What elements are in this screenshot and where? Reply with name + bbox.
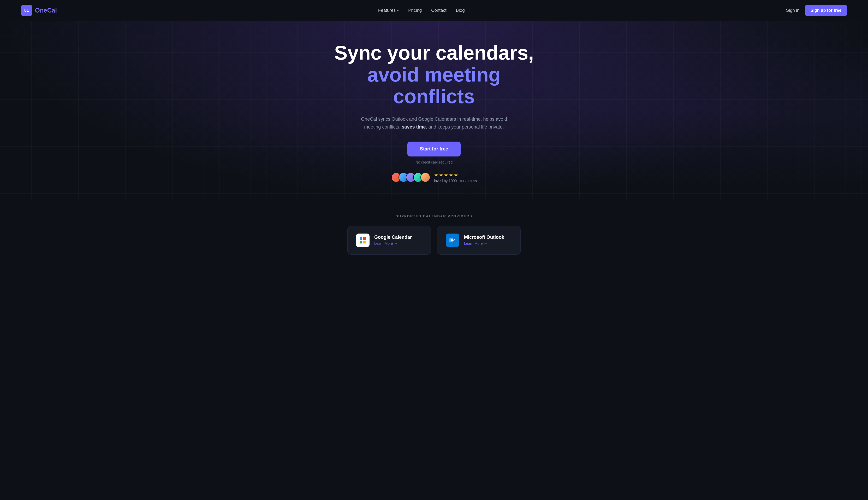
rating-text: loved by 1000+ customers — [434, 179, 477, 183]
navbar: 01 OneCal Features ▾ Pricing Contact Blo… — [0, 0, 868, 21]
chevron-down-icon: ▾ — [397, 9, 399, 12]
logo[interactable]: 01 OneCal — [21, 5, 57, 16]
signup-button[interactable]: Sign up for free — [805, 5, 847, 16]
avatar-group — [391, 172, 430, 182]
microsoft-outlook-card[interactable]: O Microsoft Outlook Learn More → — [437, 226, 521, 255]
nav-pricing[interactable]: Pricing — [408, 8, 422, 13]
svg-rect-2 — [363, 237, 366, 240]
nav-features[interactable]: Features ▾ — [378, 8, 399, 13]
hero-title: Sync your calendars, avoid meeting confl… — [330, 42, 538, 107]
nav-contact[interactable]: Contact — [431, 8, 447, 13]
star-icon: ★ — [434, 172, 438, 178]
hero-section: Sync your calendars, avoid meeting confl… — [0, 21, 868, 198]
svg-rect-4 — [363, 241, 366, 243]
google-calendar-card[interactable]: Google Calendar Learn More → — [347, 226, 431, 255]
microsoft-outlook-icon: O — [446, 234, 459, 247]
svg-rect-1 — [360, 237, 362, 240]
nav-blog[interactable]: Blog — [456, 8, 465, 13]
social-proof: ★ ★ ★ ★ ★ loved by 1000+ customers — [391, 172, 477, 183]
svg-rect-7 — [451, 239, 453, 241]
rating-group: ★ ★ ★ ★ ★ loved by 1000+ customers — [434, 172, 477, 183]
providers-grid: Google Calendar Learn More → O Microsoft… — [343, 226, 525, 255]
providers-label: SUPPORTED CALENDAR PROVIDERS — [10, 214, 858, 218]
svg-rect-3 — [360, 241, 362, 243]
no-credit-card-text: No credit card required — [415, 160, 453, 164]
nav-links: Features ▾ Pricing Contact Blog — [378, 8, 465, 13]
logo-icon: 01 — [21, 5, 32, 16]
providers-section: SUPPORTED CALENDAR PROVIDERS Google Cale… — [0, 198, 868, 265]
microsoft-outlook-link[interactable]: Learn More → — [464, 241, 487, 246]
google-calendar-icon — [356, 234, 370, 247]
sign-in-button[interactable]: Sign in — [786, 8, 800, 13]
google-calendar-info: Google Calendar Learn More → — [374, 235, 412, 246]
logo-text: OneCal — [35, 7, 57, 14]
stars: ★ ★ ★ ★ ★ — [434, 172, 477, 178]
hero-subtitle: OneCal syncs Outlook and Google Calendar… — [356, 115, 512, 131]
google-calendar-link[interactable]: Learn More → — [374, 241, 398, 246]
microsoft-outlook-name: Microsoft Outlook — [464, 235, 504, 240]
cta-group: Start for free No credit card required — [407, 141, 461, 164]
star-icon: ★ — [449, 172, 453, 178]
microsoft-outlook-info: Microsoft Outlook Learn More → — [464, 235, 504, 246]
svg-text:O: O — [453, 239, 455, 242]
start-free-button[interactable]: Start for free — [407, 141, 461, 157]
google-calendar-name: Google Calendar — [374, 235, 412, 240]
star-icon: ★ — [439, 172, 443, 178]
star-icon: ★ — [454, 172, 458, 178]
star-icon: ★ — [444, 172, 448, 178]
nav-actions: Sign in Sign up for free — [786, 5, 847, 16]
avatar — [420, 172, 430, 182]
